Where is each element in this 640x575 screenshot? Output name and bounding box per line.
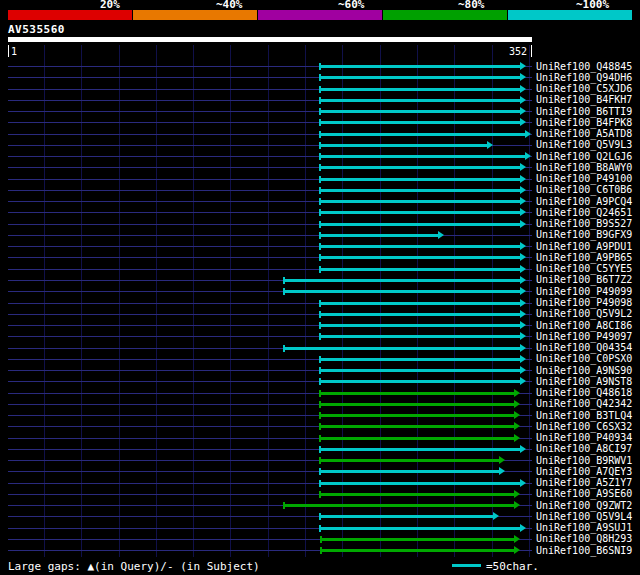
alignment-arrowhead <box>520 332 526 340</box>
hit-label: UniRef100_B3TLQ4 <box>536 410 632 421</box>
alignment-plot: 1 352 <box>8 45 532 557</box>
alignment-arrowhead <box>514 490 520 498</box>
hit-label: UniRef100_A8CI97 <box>536 443 632 454</box>
alignment-start-tick <box>319 333 321 340</box>
alignment-arrowhead <box>520 118 526 126</box>
alignment-bar <box>283 347 521 350</box>
alignment-arrowhead <box>520 242 526 250</box>
alignment-bar <box>319 223 522 226</box>
alignment-bar <box>319 437 516 440</box>
alignment-start-tick <box>283 277 285 284</box>
hit-label: UniRef100_C6SX32 <box>536 421 632 432</box>
alignment-start-tick <box>319 119 321 126</box>
alignment-start-tick <box>319 356 321 363</box>
hit-label: UniRef100_Q5V9L2 <box>536 308 632 319</box>
large-gaps-note: Large gaps: ▲(in Query)/- (in Subject) <box>8 560 260 573</box>
alignment-arrowhead <box>520 62 526 70</box>
hit-label: UniRef100_B6T7Z2 <box>536 274 632 285</box>
alignment-start-tick <box>319 131 321 138</box>
alignment-start-tick <box>319 74 321 81</box>
hit-label: UniRef100_B9RWV1 <box>536 455 632 466</box>
alignment-arrowhead <box>520 220 526 228</box>
scale-segment <box>258 10 383 20</box>
alignment-start-tick <box>320 547 322 554</box>
alignment-bar <box>283 279 521 282</box>
alignment-start-tick <box>319 423 321 430</box>
alignment-start-tick <box>319 457 321 464</box>
alignment-arrowhead <box>487 141 493 149</box>
hit-label: UniRef100_Q04354 <box>536 342 632 353</box>
query-bar <box>8 37 532 42</box>
hit-label: UniRef100_P49100 <box>536 173 632 184</box>
hit-label: UniRef100_B6TTI9 <box>536 106 632 117</box>
alignment-bar <box>319 110 522 113</box>
hit-label: UniRef100_C0PSX0 <box>536 353 632 364</box>
alignment-arrowhead <box>520 524 526 532</box>
alignment-start-tick <box>319 243 321 250</box>
axis-end-label: 352 <box>509 46 527 57</box>
alignment-arrowhead <box>493 512 499 520</box>
hit-label: UniRef100_C6T0B6 <box>536 184 632 195</box>
scale-legend-line-icon <box>452 564 481 567</box>
alignment-start-tick <box>283 502 285 509</box>
hit-label: UniRef100_A9PCQ4 <box>536 196 632 207</box>
hit-label: UniRef100_C5YYE5 <box>536 263 632 274</box>
alignment-bar <box>319 414 516 417</box>
alignment-start-tick <box>319 412 321 419</box>
alignment-bar <box>319 459 501 462</box>
hit-label: UniRef100_P49099 <box>536 286 632 297</box>
alignment-arrowhead <box>520 310 526 318</box>
alignment-arrowhead <box>520 287 526 295</box>
alignment-bar <box>319 369 522 372</box>
alignment-start-tick <box>319 468 321 475</box>
hit-label: UniRef100_Q5V9L4 <box>536 511 632 522</box>
alignment-arrowhead <box>438 231 444 239</box>
hit-label: UniRef100_P40934 <box>536 432 632 443</box>
alignment-start-tick <box>319 513 321 520</box>
alignment-start-tick <box>319 164 321 171</box>
alignment-bar <box>319 268 522 271</box>
alignment-start-tick <box>319 401 321 408</box>
alignment-arrowhead <box>520 96 526 104</box>
alignment-bar <box>319 178 522 181</box>
hit-label: UniRef100_Q9ZWT2 <box>536 500 632 511</box>
alignment-arrowhead <box>520 344 526 352</box>
hit-label: UniRef100_B6SNI9 <box>536 545 632 556</box>
alignment-arrowhead <box>520 253 526 261</box>
hit-label: UniRef100_Q48618 <box>536 387 632 398</box>
hit-label: UniRef100_A9PDU1 <box>536 241 632 252</box>
alignment-bar <box>320 549 515 552</box>
alignment-arrowhead <box>514 422 520 430</box>
alignment-arrowhead <box>514 535 520 543</box>
alignment-bar <box>319 88 522 91</box>
alignment-overview-screen: 20% ~40% ~60% ~80% ~100% AV535560 1 352 … <box>0 0 640 575</box>
alignment-start-tick <box>319 198 321 205</box>
alignment-arrowhead <box>514 546 520 554</box>
alignment-start-tick <box>319 390 321 397</box>
alignment-bar <box>319 133 526 136</box>
hit-label: UniRef100_B4FPK8 <box>536 117 632 128</box>
alignment-bar <box>319 155 526 158</box>
hit-label: UniRef100_P49098 <box>536 297 632 308</box>
hit-label: UniRef100_C5XJD6 <box>536 83 632 94</box>
hit-label: UniRef100_P49097 <box>536 331 632 342</box>
alignment-arrowhead <box>520 276 526 284</box>
alignment-start-tick <box>319 446 321 453</box>
hit-label: UniRef100_A9NST8 <box>536 376 632 387</box>
alignment-bar <box>319 335 522 338</box>
alignment-start-tick <box>319 254 321 261</box>
alignment-arrowhead <box>514 389 520 397</box>
alignment-bar <box>319 482 522 485</box>
alignment-start-tick <box>319 491 321 498</box>
scale-label-100: ~100% <box>576 0 609 10</box>
alignment-bar <box>319 392 516 395</box>
alignment-arrowhead <box>520 163 526 171</box>
alignment-start-tick <box>319 322 321 329</box>
alignment-bar <box>319 470 501 473</box>
alignment-bar <box>319 234 439 237</box>
alignment-bar <box>319 245 522 248</box>
hit-label: UniRef100_A8CI86 <box>536 320 632 331</box>
alignment-arrowhead <box>514 411 520 419</box>
alignment-bar <box>319 403 516 406</box>
alignment-bar <box>319 76 522 79</box>
